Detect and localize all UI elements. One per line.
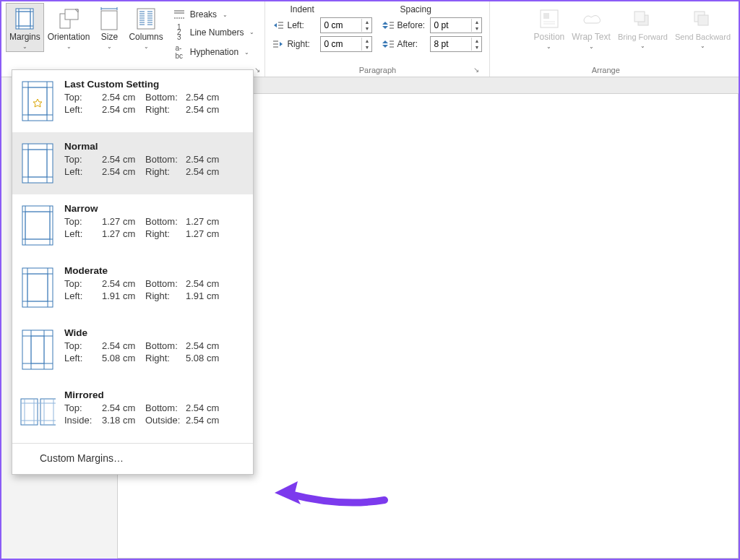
- chevron-down-icon: ⌄: [589, 43, 594, 50]
- line-numbers-button[interactable]: 123 Line Numbers ⌄: [170, 23, 258, 41]
- preset-title: Last Custom Setting: [64, 79, 244, 90]
- chevron-down-icon: ⌄: [244, 49, 249, 56]
- indent-right-icon: [272, 39, 284, 49]
- spacing-heading: Spacing: [382, 4, 482, 16]
- arrange-group: Position ⌄ Wrap Text ⌄ Bring Forward ⌄ S…: [490, 1, 739, 77]
- preset-title: Normal: [64, 141, 244, 152]
- wrap-text-button[interactable]: Wrap Text ⌄: [568, 3, 614, 52]
- ribbon: Margins ⌄ Orientation ⌄ Size ⌄ Columns ⌄: [1, 1, 739, 77]
- svg-rect-43: [543, 13, 549, 19]
- send-backward-button[interactable]: Send Backward ⌄: [671, 3, 734, 51]
- svg-rect-49: [698, 15, 708, 25]
- chevron-down-icon: ⌄: [249, 29, 254, 35]
- indent-heading: Indent: [272, 4, 372, 16]
- page-setup-launcher[interactable]: ↘: [254, 66, 263, 74]
- svg-rect-47: [634, 12, 645, 22]
- size-icon: [100, 7, 119, 31]
- chevron-down-icon: ⌄: [223, 12, 228, 18]
- bring-forward-button[interactable]: Bring Forward ⌄: [614, 3, 671, 51]
- paragraph-group: Indent Left: ▲▼ Right: ▲▼ Spacing Before…: [265, 1, 490, 77]
- paragraph-launcher[interactable]: ↘: [472, 66, 481, 74]
- chevron-down-icon: ⌄: [640, 43, 645, 49]
- breaks-button[interactable]: Breaks ⌄: [170, 7, 258, 22]
- columns-icon: [137, 7, 155, 31]
- breaks-icon: [173, 9, 186, 20]
- chevron-down-icon: ⌄: [66, 43, 72, 50]
- margins-preset-last-custom-setting[interactable]: Last Custom SettingTop:2.54 cmBottom:2.5…: [12, 70, 253, 132]
- hyphenation-icon: a-bc: [173, 44, 186, 60]
- columns-button[interactable]: Columns ⌄: [125, 3, 166, 52]
- margins-preset-moderate[interactable]: ModerateTop:2.54 cmBottom:2.54 cmLeft:1.…: [12, 257, 253, 319]
- chevron-down-icon: ⌄: [700, 43, 705, 49]
- chevron-down-icon: ⌄: [107, 43, 112, 50]
- preset-title: Narrow: [64, 203, 244, 214]
- margin-preset-icon: [20, 389, 56, 434]
- svg-rect-7: [65, 9, 78, 20]
- indent-left-spinbox[interactable]: ▲▼: [320, 17, 372, 33]
- position-icon: [539, 7, 559, 31]
- spacing-before-input[interactable]: [431, 20, 471, 30]
- margins-icon: [14, 7, 35, 31]
- position-button[interactable]: Position ⌄: [530, 3, 569, 52]
- svg-rect-8: [101, 11, 117, 30]
- page-setup-stack: Breaks ⌄ 123 Line Numbers ⌄ a-bc Hyphena…: [167, 3, 261, 63]
- line-numbers-icon: 123: [173, 25, 186, 40]
- margins-button[interactable]: Margins ⌄: [6, 3, 44, 52]
- wrap-text-icon: [581, 7, 601, 31]
- indent-left-icon: [272, 20, 284, 30]
- chevron-down-icon: ⌄: [144, 43, 149, 50]
- margins-preset-normal[interactable]: NormalTop:2.54 cmBottom:2.54 cmLeft:2.54…: [12, 132, 253, 194]
- indent-right-spinbox[interactable]: ▲▼: [320, 36, 372, 52]
- margins-preset-mirrored[interactable]: MirroredTop:2.54 cmBottom:2.54 cmInside:…: [12, 381, 253, 443]
- margin-preset-icon: [20, 141, 56, 186]
- preset-title: Wide: [64, 327, 244, 338]
- preset-title: Moderate: [64, 265, 244, 276]
- margin-preset-icon: [20, 265, 56, 310]
- orientation-icon: [58, 7, 79, 31]
- margins-dropdown: Last Custom SettingTop:2.54 cmBottom:2.5…: [12, 69, 254, 475]
- indent-right-input[interactable]: [321, 39, 361, 49]
- chevron-down-icon: ⌄: [546, 43, 551, 50]
- spacing-after-spinbox[interactable]: ▲▼: [430, 36, 482, 52]
- spacing-after-icon: [382, 39, 394, 49]
- margin-preset-icon: [20, 327, 56, 372]
- chevron-down-icon: ⌄: [22, 43, 27, 50]
- margins-preset-wide[interactable]: WideTop:2.54 cmBottom:2.54 cmLeft:5.08 c…: [12, 319, 253, 381]
- send-backward-icon: [692, 7, 713, 31]
- preset-title: Mirrored: [64, 389, 244, 400]
- margin-preset-icon: [20, 203, 56, 248]
- bring-forward-icon: [632, 7, 653, 31]
- orientation-button[interactable]: Orientation ⌄: [44, 3, 94, 52]
- spacing-after-input[interactable]: [431, 39, 471, 49]
- annotation-arrow: [269, 471, 392, 514]
- size-button[interactable]: Size ⌄: [93, 3, 125, 52]
- margin-preset-icon: [20, 79, 56, 124]
- custom-margins-item[interactable]: Custom Margins…: [12, 444, 253, 474]
- margins-preset-narrow[interactable]: NarrowTop:1.27 cmBottom:1.27 cmLeft:1.27…: [12, 194, 253, 257]
- hyphenation-button[interactable]: a-bc Hyphenation ⌄: [170, 43, 258, 61]
- svg-rect-80: [21, 399, 38, 425]
- page-setup-group: Margins ⌄ Orientation ⌄ Size ⌄ Columns ⌄: [1, 1, 265, 77]
- indent-left-input[interactable]: [321, 20, 361, 30]
- spacing-before-spinbox[interactable]: ▲▼: [430, 17, 482, 33]
- spacing-before-icon: [382, 20, 394, 30]
